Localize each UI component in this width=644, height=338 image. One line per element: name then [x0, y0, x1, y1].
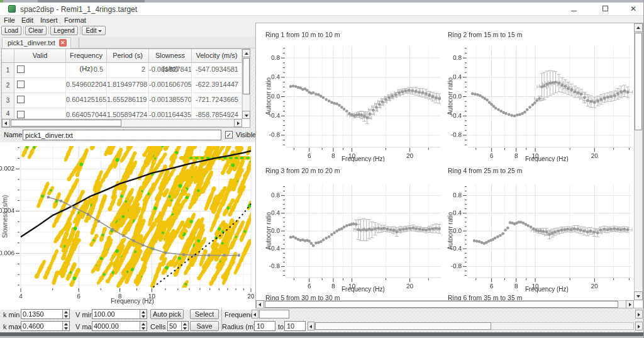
table-scroll-right-button[interactable]	[234, 119, 242, 127]
maximize-button[interactable]	[594, 3, 616, 16]
v-min-input[interactable]	[92, 310, 140, 318]
menu-file[interactable]: File	[1, 16, 18, 24]
period-cell: 2	[107, 63, 149, 78]
valid-cell	[14, 63, 66, 78]
slowness-cell: -0.001164435134	[149, 108, 192, 119]
ring3-xlabel: Frequency (Hz)	[341, 286, 385, 293]
save-button[interactable]: Save	[190, 321, 219, 331]
radius-label: Radius (m)	[222, 323, 256, 330]
header-period[interactable]: Period (s)	[107, 49, 149, 63]
menu-edit[interactable]: Edit	[19, 16, 36, 24]
frequency-scroll-left-button[interactable]	[252, 310, 258, 318]
close-icon: ✕	[630, 4, 636, 13]
spin-down-button[interactable]	[63, 314, 69, 318]
ring3-plot: Ring 3 from 20 m to 20 m Autocorr ratio …	[258, 162, 446, 296]
header-frequency[interactable]: Frequency (Hz)	[66, 49, 107, 63]
frequency-cell: 0.5	[66, 63, 107, 78]
legend-button[interactable]: Legend	[50, 26, 78, 35]
k-max-input[interactable]	[21, 322, 62, 330]
v-max-input[interactable]	[92, 322, 140, 330]
ring1-title: Ring 1 from 10 m to 10 m	[265, 31, 340, 38]
ring2-ylabel: Autocorr ratio	[447, 77, 454, 115]
header-valid[interactable]: Valid	[14, 49, 66, 63]
v-max-spinbox	[92, 321, 147, 331]
dropdown-arrow-icon	[98, 30, 102, 32]
pick-table: Valid Frequency (Hz) Period (s) Slowness…	[1, 48, 250, 128]
visible-checkbox[interactable]: ✓	[225, 131, 233, 138]
row1-scroll-right-button[interactable]	[635, 310, 643, 318]
header-velocity[interactable]: Velocity (m/s)	[192, 49, 242, 63]
table-scroll-down-button[interactable]	[242, 111, 250, 119]
radius-to-input[interactable]	[284, 321, 306, 331]
ring4-canvas	[441, 162, 633, 296]
ring-panel: Ring 1 from 10 m to 10 m Autocorr ratio …	[255, 23, 643, 308]
k-min-input[interactable]	[21, 310, 62, 318]
valid-cell	[14, 78, 66, 93]
clear-button[interactable]: Clear	[25, 26, 47, 35]
spin-up-button[interactable]	[140, 322, 147, 326]
period-cell: 1.819497798	[107, 78, 149, 93]
spin-up-button[interactable]	[63, 310, 69, 314]
close-button[interactable]: ✕	[623, 3, 644, 16]
radius-scroll-left-button[interactable]	[308, 322, 314, 330]
spin-up-button[interactable]	[182, 322, 188, 326]
dispersion-canvas[interactable]	[0, 142, 255, 310]
panel-scroll-down-button[interactable]	[634, 291, 643, 300]
ring1-canvas	[258, 26, 446, 164]
toolbar-separator	[48, 26, 49, 35]
scroll-right-icon	[237, 121, 240, 125]
scroll-left-icon	[258, 303, 261, 307]
minimize-icon	[571, 11, 577, 11]
select-button[interactable]: Select	[190, 309, 219, 319]
ring4-title: Ring 4 from 25 m to 25 m	[448, 167, 522, 174]
slowness-cell: -0.001385570512	[149, 93, 192, 108]
window-title: spac2disp - Remi1_1_4rings.target	[20, 5, 137, 14]
dispersion-xlabel: Frequency (Hz)	[111, 298, 154, 305]
spin-up-button[interactable]	[140, 310, 147, 314]
spin-down-icon	[183, 327, 187, 330]
auto-pick-button[interactable]: Auto pick	[150, 309, 184, 319]
title-bar: spac2disp - Remi1_1_4rings.target ✕	[0, 3, 644, 16]
ring4-xlabel: Frequency (Hz)	[525, 286, 569, 293]
menu-format[interactable]: Format	[62, 16, 89, 24]
header-slowness[interactable]: Slowness (s/m)	[149, 49, 192, 63]
row-number: 3	[2, 93, 14, 108]
ring2-canvas	[441, 26, 633, 164]
k-min-label: k min	[3, 311, 19, 318]
valid-checkbox[interactable]	[17, 81, 25, 88]
ring3-title: Ring 3 from 20 m to 20 m	[265, 167, 340, 174]
valid-checkbox[interactable]	[17, 65, 25, 73]
toolbar: Load Clear Legend Edit	[0, 25, 255, 37]
spin-down-button[interactable]	[63, 326, 69, 330]
name-input[interactable]	[23, 130, 221, 140]
spin-down-button[interactable]	[140, 314, 147, 318]
edit-button[interactable]: Edit	[82, 26, 106, 35]
table-vscroll-thumb[interactable]	[243, 58, 250, 94]
load-button[interactable]: Load	[1, 26, 21, 35]
spin-down-button[interactable]	[140, 326, 147, 330]
cells-input[interactable]	[168, 322, 181, 330]
panel-vscroll-thumb[interactable]	[635, 33, 642, 130]
table-scroll-left-button[interactable]	[2, 119, 10, 127]
period-cell: 1.505894724	[107, 108, 149, 119]
panel-hscroll-thumb[interactable]	[265, 301, 618, 308]
valid-cell	[14, 108, 66, 119]
spin-up-icon	[64, 311, 68, 313]
spin-down-button[interactable]	[182, 326, 188, 330]
scroll-right-icon	[638, 325, 640, 329]
tab-pick-file[interactable]: pick1_dinver.txt✕	[2, 37, 71, 48]
radius-from-input[interactable]	[254, 321, 275, 331]
valid-checkbox[interactable]	[17, 111, 25, 118]
ring2-title: Ring 2 from 15 m to 15 m	[448, 31, 522, 38]
minimize-button[interactable]	[563, 3, 584, 16]
radius-scroll-thumb[interactable]	[315, 322, 491, 330]
menu-insert[interactable]: Insert	[38, 16, 60, 24]
tab-close-icon[interactable]: ✕	[59, 39, 67, 47]
spin-up-button[interactable]	[63, 322, 69, 326]
panel-scroll-up-button[interactable]	[634, 23, 643, 32]
table-scroll-up-button[interactable]	[242, 49, 250, 57]
row2-scroll-right-button[interactable]	[635, 322, 643, 330]
valid-checkbox[interactable]	[17, 96, 25, 103]
table-hscroll-thumb[interactable]	[11, 120, 121, 127]
frequency-slider-thumb[interactable]	[259, 310, 289, 318]
